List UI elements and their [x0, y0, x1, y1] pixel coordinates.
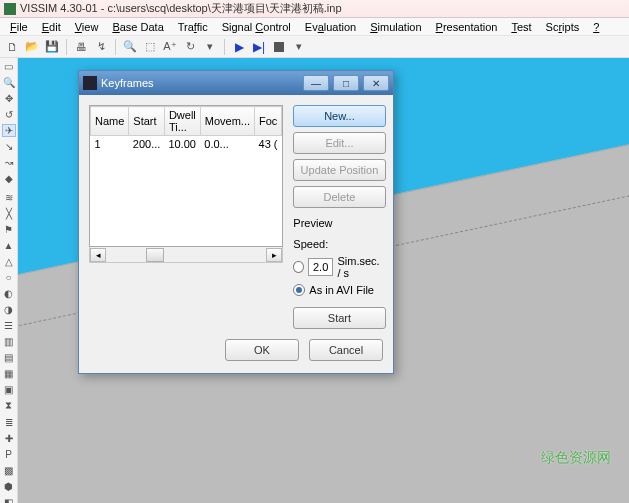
table-row[interactable]: 1 200... 10.00 0.0... 43 (	[91, 136, 282, 153]
menu-edit[interactable]: Edit	[36, 20, 67, 34]
app-title: VISSIM 4.30-01 - c:\users\scq\desktop\天津…	[20, 1, 342, 16]
tool-background-icon[interactable]: ▩	[2, 464, 16, 477]
zoom-in-icon[interactable]: 🔍	[122, 39, 138, 55]
update-position-button[interactable]: Update Position	[293, 159, 385, 181]
tool-pan-icon[interactable]: ✥	[2, 92, 16, 105]
save-file-icon[interactable]: 💾	[44, 39, 60, 55]
menu-signalcontrol[interactable]: Signal Control	[216, 20, 297, 34]
tool-pt-line-icon[interactable]: ◑	[2, 303, 16, 316]
menu-presentation[interactable]: Presentation	[430, 20, 504, 34]
col-start[interactable]: Start	[129, 107, 165, 136]
menubar: File Edit View Base Data Traffic Signal …	[0, 18, 629, 36]
tool-link-icon[interactable]: ↘	[2, 140, 16, 153]
menu-traffic[interactable]: Traffic	[172, 20, 214, 34]
speed-input[interactable]: 2.0	[308, 258, 334, 276]
minimize-button[interactable]: —	[303, 75, 329, 91]
tool-detector-icon[interactable]: ○	[2, 271, 16, 284]
tool-section-icon[interactable]: ✚	[2, 432, 16, 445]
new-file-icon[interactable]: 🗋	[4, 39, 20, 55]
menu-simulation[interactable]: Simulation	[364, 20, 427, 34]
menu-basedata[interactable]: Base Data	[106, 20, 169, 34]
menu-test[interactable]: Test	[505, 20, 537, 34]
scroll-left-icon[interactable]: ◂	[90, 248, 106, 262]
delete-button[interactable]: Delete	[293, 186, 385, 208]
stop-icon[interactable]	[271, 39, 287, 55]
tool-rotate-icon[interactable]: ↺	[2, 108, 16, 121]
tool-connector-icon[interactable]: ↝	[2, 156, 16, 169]
keyframes-dialog: Keyframes — □ ✕ Name Start Dwell Ti... M…	[78, 70, 394, 374]
scroll-right-icon[interactable]: ▸	[266, 248, 282, 262]
dialog-title: Keyframes	[101, 77, 154, 89]
print-icon[interactable]: 🖶	[73, 39, 89, 55]
tool-parkinglot-icon[interactable]: P	[2, 448, 16, 461]
tool-desiredspeed-icon[interactable]: ◆	[2, 172, 16, 185]
maximize-button[interactable]: □	[333, 75, 359, 91]
play-step-icon[interactable]: ▶|	[251, 39, 267, 55]
cut-icon[interactable]: ↯	[93, 39, 109, 55]
tool-priority-icon[interactable]: ⚑	[2, 223, 16, 236]
preview-label: Preview	[293, 217, 385, 229]
tool-queue-icon[interactable]: ≣	[2, 416, 16, 429]
table-header-row: Name Start Dwell Ti... Movem... Foc	[91, 107, 282, 136]
tool-3d-icon[interactable]: ⬢	[2, 480, 16, 493]
zoom-extents-icon[interactable]: A⁺	[162, 39, 178, 55]
col-movem[interactable]: Movem...	[200, 107, 254, 136]
close-button[interactable]: ✕	[363, 75, 389, 91]
ok-button[interactable]: OK	[225, 339, 299, 361]
toolbar: 🗋 📂 💾 🖶 ↯ 🔍 ⬚ A⁺ ↻ ▾ ▶ ▶| ▾	[0, 36, 629, 58]
scroll-track[interactable]	[106, 248, 266, 262]
refresh-icon[interactable]: ↻	[182, 39, 198, 55]
tool-zoom-icon[interactable]: 🔍	[2, 76, 16, 89]
app-titlebar: VISSIM 4.30-01 - c:\users\scq\desktop\天津…	[0, 0, 629, 18]
menu-file[interactable]: File	[4, 20, 34, 34]
tool-pt-stop-icon[interactable]: ◐	[2, 287, 16, 300]
cell-dwell: 10.00	[164, 136, 200, 153]
dropdown-icon[interactable]: ▾	[202, 39, 218, 55]
col-name[interactable]: Name	[91, 107, 129, 136]
tool-datacollection-icon[interactable]: ▣	[2, 383, 16, 396]
avi-label: As in AVI File	[309, 284, 374, 296]
menu-scripts[interactable]: Scripts	[540, 20, 586, 34]
speed-label: Speed:	[293, 238, 385, 250]
tool-reducespeed-icon[interactable]: ≋	[2, 191, 16, 204]
col-focal[interactable]: Foc	[255, 107, 282, 136]
tool-select-icon[interactable]: ▭	[2, 60, 16, 73]
start-button[interactable]: Start	[293, 307, 385, 329]
dialog-titlebar[interactable]: Keyframes — □ ✕	[79, 71, 393, 95]
new-button[interactable]: New...	[293, 105, 385, 127]
tool-parking-icon[interactable]: ▤	[2, 351, 16, 364]
cell-move: 0.0...	[200, 136, 254, 153]
open-file-icon[interactable]: 📂	[24, 39, 40, 55]
tool-node-icon[interactable]: ▦	[2, 367, 16, 380]
scroll-thumb[interactable]	[146, 248, 164, 262]
table-scrollbar[interactable]: ◂ ▸	[89, 247, 283, 263]
cell-focal: 43 (	[255, 136, 282, 153]
cell-start: 200...	[129, 136, 165, 153]
edit-button[interactable]: Edit...	[293, 132, 385, 154]
col-dwell[interactable]: Dwell Ti...	[164, 107, 200, 136]
keyframes-table[interactable]: Name Start Dwell Ti... Movem... Foc 1 20…	[89, 105, 283, 247]
cell-name: 1	[91, 136, 129, 153]
menu-help[interactable]: ?	[587, 20, 605, 34]
keyframes-icon	[83, 76, 97, 90]
tool-static3d-icon[interactable]: ◧	[2, 496, 16, 503]
zoom-area-icon[interactable]: ⬚	[142, 39, 158, 55]
tool-fly-icon[interactable]: ✈	[2, 124, 16, 137]
toolbar-dropdown-icon[interactable]: ▾	[291, 39, 307, 55]
menu-evaluation[interactable]: Evaluation	[299, 20, 362, 34]
tool-conflict-icon[interactable]: ╳	[2, 207, 16, 220]
play-icon[interactable]: ▶	[231, 39, 247, 55]
avi-radio[interactable]	[293, 284, 305, 296]
tool-route-icon[interactable]: ☰	[2, 319, 16, 332]
tool-signal-icon[interactable]: △	[2, 255, 16, 268]
speed-radio[interactable]	[293, 261, 303, 273]
watermark-text: 绿色资源网	[541, 449, 611, 467]
menu-view[interactable]: View	[69, 20, 105, 34]
tool-traveltime-icon[interactable]: ⧗	[2, 399, 16, 413]
left-toolbar: ▭ 🔍 ✥ ↺ ✈ ↘ ↝ ◆ ≋ ╳ ⚑ ▲ △ ○ ◐ ◑ ☰ ▥ ▤ ▦ …	[0, 58, 18, 503]
app-icon	[4, 3, 16, 15]
tool-stop-icon[interactable]: ▲	[2, 239, 16, 252]
speed-unit-label: Sim.sec. / s	[337, 255, 385, 279]
tool-vehicleinput-icon[interactable]: ▥	[2, 335, 16, 348]
cancel-button[interactable]: Cancel	[309, 339, 383, 361]
